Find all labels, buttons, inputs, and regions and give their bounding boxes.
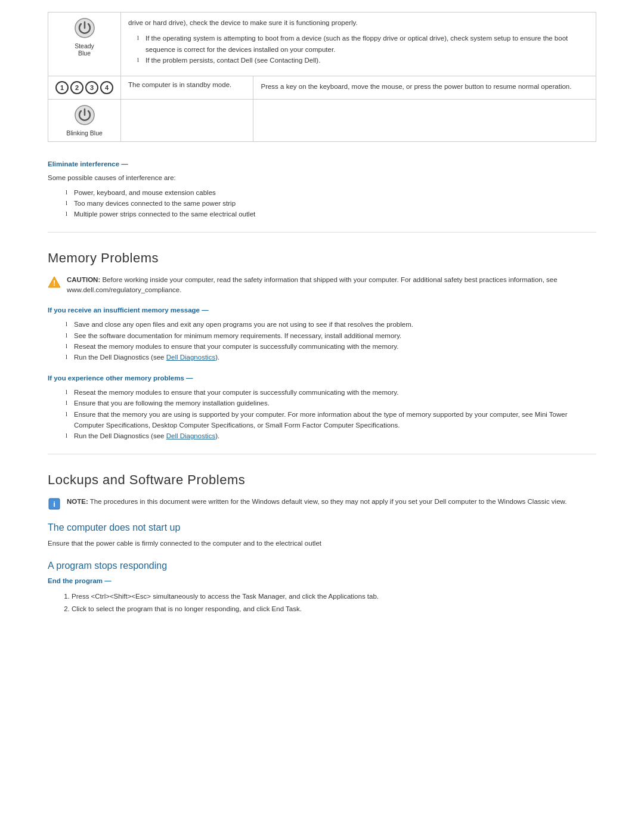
note-body: The procedures in this document were wri…	[90, 498, 567, 505]
list-item: Ensure that the memory you are using is …	[66, 409, 596, 431]
svg-text:i: i	[53, 500, 55, 509]
bullet-item: If the problem persists, contact Dell (s…	[137, 55, 589, 66]
list-item: See the software documentation for minim…	[66, 330, 596, 341]
caution-icon: !	[48, 275, 61, 289]
caution-body: Before working inside your computer, rea…	[67, 276, 558, 293]
divider	[48, 232, 596, 233]
power-blink-icon	[74, 104, 95, 126]
num-icon-1: 1	[55, 81, 69, 94]
steady-blue-label: SteadyBlue	[55, 42, 113, 57]
steady-blue-text: drive or hard drive), check the device t…	[128, 17, 589, 28]
list-item: Too many devices connected to the same p…	[66, 198, 596, 209]
lockups-section: Lockups and Software Problems i NOTE: Th…	[48, 472, 596, 615]
other-memory-subsection: If you experience other memory problems …	[48, 374, 596, 442]
list-item: Ensure that you are following the memory…	[66, 398, 596, 408]
table-row: SteadyBlue drive or hard drive), check t…	[48, 13, 596, 76]
num-icon-3: 3	[85, 81, 98, 94]
other-memory-list: Reseat the memory modules to ensure that…	[66, 387, 596, 442]
no-start-text: Ensure that the power cable is firmly co…	[48, 538, 596, 549]
end-program-steps: Press <Ctrl><Shift><Esc> simultaneously …	[72, 590, 596, 615]
table-row-standby: 1 2 3 4 The computer is in standby mode.…	[48, 76, 596, 99]
icon-cell-2: 1 2 3 4	[48, 76, 121, 99]
standby-action: Press a key on the keyboard, move the mo…	[253, 76, 596, 99]
table-row-blinking: Blinking Blue	[48, 99, 596, 141]
caution-box: ! CAUTION: Before working inside your co…	[48, 275, 596, 296]
num-icon-2: 2	[70, 81, 83, 94]
divider-2	[48, 454, 596, 454]
icon-cell-1: SteadyBlue	[48, 13, 121, 76]
insufficient-memory-list: Save and close any open files and exit a…	[66, 319, 596, 363]
lockups-heading: Lockups and Software Problems	[48, 472, 596, 488]
power-icon	[74, 17, 95, 39]
insufficient-memory-link[interactable]: If you receive an insufficient memory me…	[48, 306, 209, 314]
caution-text: CAUTION: Before working inside your comp…	[67, 275, 596, 296]
list-item: Run the Dell Diagnostics (see Dell Diagn…	[66, 431, 596, 441]
note-text: NOTE: The procedures in this document we…	[67, 497, 566, 507]
memory-problems-section: Memory Problems ! CAUTION: Before workin…	[48, 250, 596, 442]
list-item: Save and close any open files and exit a…	[66, 319, 596, 330]
memory-problems-heading: Memory Problems	[48, 250, 596, 266]
list-item: Multiple power strips connected to the s…	[66, 209, 596, 219]
list-item: Reseat the memory modules to ensure that…	[66, 341, 596, 352]
list-item: Run the Dell Diagnostics (see Dell Diagn…	[66, 352, 596, 363]
blinking-blue-label: Blinking Blue	[55, 129, 113, 137]
no-start-subsection: The computer does not start up Ensure th…	[48, 522, 596, 549]
caution-label: CAUTION:	[67, 276, 100, 283]
eliminate-interference-section: Eliminate interference Some possible cau…	[48, 160, 596, 220]
standby-desc: The computer is in standby mode.	[121, 76, 253, 99]
dell-diagnostics-link-1[interactable]: Dell Diagnostics	[166, 354, 215, 361]
end-program-link[interactable]: End the program	[48, 577, 596, 584]
list-item: Reseat the memory modules to ensure that…	[66, 387, 596, 398]
status-table: SteadyBlue drive or hard drive), check t…	[48, 12, 596, 142]
insufficient-memory-subsection: If you receive an insufficient memory me…	[48, 306, 596, 363]
step-1: Press <Ctrl><Shift><Esc> simultaneously …	[72, 590, 596, 603]
step-2: Click to select the program that is no l…	[72, 603, 596, 615]
svg-text:!: !	[53, 279, 55, 287]
interference-list: Power, keyboard, and mouse extension cab…	[66, 187, 596, 220]
blinking-desc	[121, 99, 253, 141]
program-stops-subsection: A program stops responding End the progr…	[48, 561, 596, 615]
bullet-item: If the operating system is attempting to…	[137, 33, 589, 55]
num-icon-4: 4	[100, 81, 113, 94]
note-icon: i	[48, 497, 61, 510]
interference-intro: Some possible causes of interference are…	[48, 174, 596, 181]
note-label: NOTE:	[67, 498, 88, 505]
icon-cell-3: Blinking Blue	[48, 99, 121, 141]
eliminate-interference-link[interactable]: Eliminate interference	[48, 160, 128, 168]
dell-diagnostics-link-2[interactable]: Dell Diagnostics	[166, 432, 215, 439]
blinking-action	[253, 99, 596, 141]
steady-blue-content: drive or hard drive), check the device t…	[121, 13, 596, 76]
list-item: Power, keyboard, and mouse extension cab…	[66, 187, 596, 198]
program-stops-heading: A program stops responding	[48, 561, 596, 571]
no-start-heading: The computer does not start up	[48, 522, 596, 533]
other-memory-link[interactable]: If you experience other memory problems	[48, 374, 193, 382]
note-box: i NOTE: The procedures in this document …	[48, 497, 596, 510]
